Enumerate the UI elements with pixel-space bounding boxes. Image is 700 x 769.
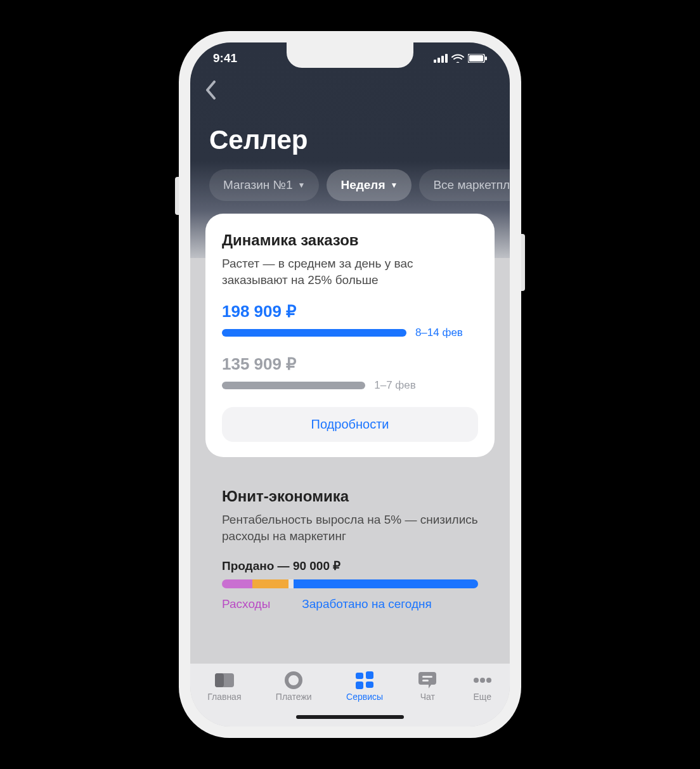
status-time: 9:41 [213, 51, 237, 65]
circle-icon [283, 671, 304, 689]
tab-more[interactable]: Еще [472, 671, 493, 702]
svg-point-17 [480, 678, 485, 683]
dots-icon [472, 671, 493, 689]
tab-payments-label: Платежи [276, 692, 312, 702]
orders-current-bar [222, 329, 406, 337]
back-button[interactable] [190, 74, 510, 102]
orders-dynamics-card: Динамика заказов Растет — в среднем за д… [205, 214, 495, 457]
unit-legend: Расходы Заработано на сегодня [222, 597, 478, 611]
unit-sold-line: Продано — 90 000 ₽ [222, 559, 478, 573]
battery-icon [468, 54, 487, 63]
filter-marketplace-label: Все маркетплей [433, 178, 510, 192]
svg-point-9 [287, 673, 301, 687]
content[interactable]: Динамика заказов Растет — в среднем за д… [190, 214, 510, 727]
orders-card-title: Динамика заказов [222, 231, 478, 249]
svg-rect-1 [438, 58, 440, 63]
tab-home-label: Главная [207, 692, 241, 702]
svg-rect-15 [422, 680, 429, 682]
unit-segment-expenses-1 [222, 579, 252, 588]
details-button[interactable]: Подробности [222, 407, 478, 442]
svg-rect-10 [356, 673, 363, 679]
tab-chat[interactable]: Чат [417, 671, 438, 702]
unit-segment-expenses-2 [252, 579, 288, 588]
grid-icon [354, 671, 375, 689]
orders-current-range: 8–14 фев [415, 326, 463, 339]
status-indicators [434, 54, 487, 63]
svg-rect-5 [469, 55, 483, 61]
home-indicator[interactable] [296, 715, 404, 719]
svg-rect-13 [366, 682, 373, 688]
unit-card-subtitle: Рентабельность выросла на 5% — снизились… [222, 512, 478, 544]
orders-current-row: 198 909 ₽ 8–14 фев [222, 302, 478, 339]
orders-card-subtitle: Растет — в среднем за день у вас заказыв… [222, 255, 478, 288]
chevron-down-icon: ▼ [298, 181, 306, 190]
tab-bar: Главная Платежи Сервисы Чат [190, 663, 510, 727]
tab-more-label: Еще [474, 692, 492, 702]
filter-period[interactable]: Неделя ▼ [327, 169, 412, 201]
orders-previous-value: 135 909 ₽ [222, 354, 478, 374]
unit-legend-expenses: Расходы [222, 597, 270, 611]
orders-current-value: 198 909 ₽ [222, 302, 478, 321]
filter-row: Магазин №1 ▼ Неделя ▼ Все маркетплей [190, 169, 510, 201]
tab-services-label: Сервисы [346, 692, 383, 702]
filter-store-label: Магазин №1 [223, 178, 293, 192]
filter-marketplace[interactable]: Все маркетплей [419, 169, 510, 201]
page-title: Селлер [190, 102, 510, 169]
svg-rect-14 [422, 676, 432, 678]
filter-period-label: Неделя [340, 178, 385, 192]
chat-icon [417, 671, 438, 689]
cellular-icon [434, 54, 448, 63]
unit-card-title: Юнит-экономика [222, 488, 478, 505]
chevron-down-icon: ▼ [391, 181, 398, 190]
unit-stacked-bar [222, 579, 478, 588]
orders-previous-bar [222, 382, 365, 389]
tab-payments[interactable]: Платежи [276, 671, 312, 702]
svg-point-16 [474, 678, 479, 683]
notch [287, 42, 413, 68]
unit-segment-gap [288, 579, 294, 588]
unit-segment-earned [294, 579, 478, 588]
svg-rect-0 [434, 60, 436, 63]
wifi-icon [451, 54, 464, 63]
card-icon [214, 671, 235, 689]
svg-rect-6 [485, 56, 487, 60]
svg-rect-8 [215, 673, 224, 687]
screen: 9:41 Селлер Магазин №1 ▼ Неделя ▼ [190, 42, 510, 727]
svg-rect-2 [441, 56, 444, 63]
svg-rect-11 [366, 671, 373, 679]
orders-previous-row: 135 909 ₽ 1–7 фев [222, 354, 478, 392]
svg-rect-3 [445, 54, 448, 63]
orders-previous-range: 1–7 фев [374, 379, 416, 392]
tab-chat-label: Чат [420, 692, 435, 702]
chevron-left-icon [205, 81, 217, 100]
unit-legend-earned: Заработано на сегодня [302, 597, 432, 611]
filter-store[interactable]: Магазин №1 ▼ [209, 169, 319, 201]
phone-frame: 9:41 Селлер Магазин №1 ▼ Неделя ▼ [179, 31, 521, 738]
svg-point-18 [486, 678, 491, 683]
tab-home[interactable]: Главная [207, 671, 241, 702]
svg-rect-12 [356, 682, 363, 689]
unit-economics-card: Юнит-экономика Рентабельность выросла на… [205, 470, 495, 611]
tab-services[interactable]: Сервисы [346, 671, 383, 702]
